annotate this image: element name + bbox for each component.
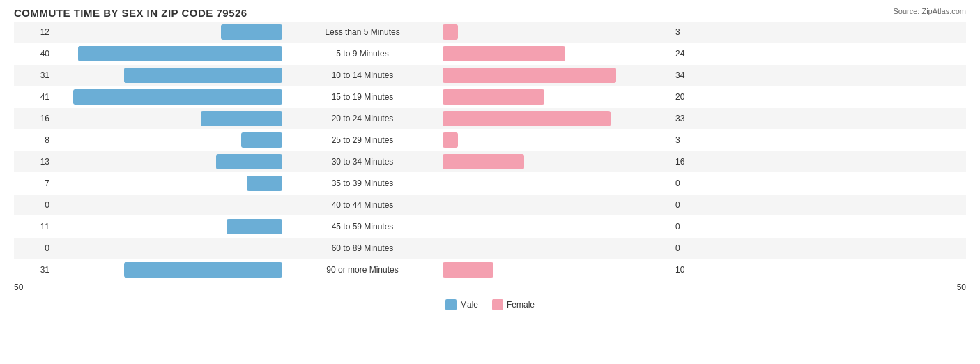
female-value: 24 <box>673 49 711 59</box>
male-value: 11 <box>14 222 52 232</box>
male-value: 8 <box>14 135 52 145</box>
male-bar <box>241 132 282 148</box>
male-bar-container <box>52 219 282 234</box>
female-value: 20 <box>673 92 711 102</box>
female-value: 33 <box>673 114 711 123</box>
male-value: 31 <box>14 70 52 80</box>
male-bar <box>124 68 282 83</box>
male-bar <box>124 262 282 278</box>
male-bar-container <box>52 68 282 83</box>
chart-container: COMMUTE TIME BY SEX IN ZIP CODE 79526 So… <box>0 0 980 364</box>
legend-male-box <box>445 299 457 310</box>
female-bar-container <box>443 24 673 40</box>
female-bar-container <box>443 132 673 148</box>
legend-female-box <box>492 299 503 310</box>
female-value: 16 <box>673 157 711 167</box>
table-row: 4115 to 19 Minutes20 <box>14 86 966 107</box>
female-bar-container <box>443 111 673 126</box>
female-bar-container <box>443 154 673 169</box>
female-bar <box>443 262 493 278</box>
row-label: 15 to 19 Minutes <box>282 92 443 102</box>
female-bar-container <box>443 68 673 83</box>
table-row: 3110 to 14 Minutes34 <box>14 65 966 86</box>
female-bar-container <box>443 219 673 234</box>
legend-female-label: Female <box>507 300 535 310</box>
male-value: 13 <box>14 157 52 167</box>
table-row: 12Less than 5 Minutes3 <box>14 22 966 43</box>
table-row: 3190 or more Minutes10 <box>14 259 966 280</box>
female-value: 0 <box>673 200 711 210</box>
male-value: 41 <box>14 92 52 102</box>
male-bar <box>247 176 282 191</box>
row-label: Less than 5 Minutes <box>282 27 443 37</box>
male-bar-container <box>52 24 282 40</box>
chart-wrapper: 12Less than 5 Minutes3405 to 9 Minutes24… <box>14 22 966 281</box>
female-bar <box>443 111 611 126</box>
table-row: 1330 to 34 Minutes16 <box>14 151 966 172</box>
male-value: 40 <box>14 49 52 59</box>
male-bar-container <box>52 154 282 169</box>
row-label: 25 to 29 Minutes <box>282 135 443 145</box>
source-label: Source: ZipAtlas.com <box>893 7 966 15</box>
legend-male: Male <box>445 299 478 310</box>
male-bar-container <box>52 176 282 191</box>
male-bar <box>73 89 282 105</box>
row-label: 45 to 59 Minutes <box>282 222 443 232</box>
male-bar <box>216 154 282 169</box>
table-row: 1620 to 24 Minutes33 <box>14 108 966 129</box>
male-value: 0 <box>14 200 52 210</box>
female-bar-container <box>443 176 673 191</box>
female-value: 0 <box>673 222 711 232</box>
table-row: 825 to 29 Minutes3 <box>14 130 966 151</box>
row-label: 35 to 39 Minutes <box>282 179 443 188</box>
male-value: 7 <box>14 179 52 188</box>
male-value: 31 <box>14 265 52 275</box>
row-label: 90 or more Minutes <box>282 265 443 275</box>
male-bar-container <box>52 262 282 278</box>
axis-left-label: 50 <box>14 282 23 292</box>
female-value: 0 <box>673 179 711 188</box>
male-bar <box>227 219 282 234</box>
table-row: 405 to 9 Minutes24 <box>14 43 966 64</box>
female-bar <box>443 24 458 40</box>
male-bar <box>221 24 282 40</box>
row-label: 10 to 14 Minutes <box>282 70 443 80</box>
female-bar <box>443 46 565 61</box>
female-bar <box>443 132 458 148</box>
row-label: 40 to 44 Minutes <box>282 200 443 210</box>
female-bar-container <box>443 262 673 278</box>
male-bar-container <box>52 89 282 105</box>
female-value: 0 <box>673 243 711 253</box>
female-value: 10 <box>673 265 711 275</box>
legend-male-label: Male <box>460 300 478 310</box>
row-label: 20 to 24 Minutes <box>282 114 443 123</box>
male-value: 16 <box>14 114 52 123</box>
female-bar <box>443 89 544 105</box>
axis-right-label: 50 <box>957 282 966 292</box>
chart-title: COMMUTE TIME BY SEX IN ZIP CODE 79526 <box>14 7 247 19</box>
male-bar-container <box>52 197 282 213</box>
table-row: 060 to 89 Minutes0 <box>14 238 966 259</box>
female-bar-container <box>443 89 673 105</box>
female-bar <box>443 68 616 83</box>
female-bar <box>443 154 524 169</box>
male-bar <box>78 46 282 61</box>
male-bar-container <box>52 111 282 126</box>
legend: Male Female <box>14 299 966 310</box>
table-row: 040 to 44 Minutes0 <box>14 195 966 215</box>
male-bar-container <box>52 241 282 256</box>
female-bar-container <box>443 241 673 256</box>
legend-female: Female <box>492 299 535 310</box>
female-value: 34 <box>673 70 711 80</box>
male-value: 0 <box>14 243 52 253</box>
female-bar-container <box>443 197 673 213</box>
row-label: 30 to 34 Minutes <box>282 157 443 167</box>
row-label: 5 to 9 Minutes <box>282 49 443 59</box>
female-value: 3 <box>673 27 711 37</box>
table-row: 735 to 39 Minutes0 <box>14 173 966 194</box>
male-bar-container <box>52 132 282 148</box>
male-bar-container <box>52 46 282 61</box>
male-bar <box>201 111 282 126</box>
table-row: 1145 to 59 Minutes0 <box>14 216 966 237</box>
female-value: 3 <box>673 135 711 145</box>
